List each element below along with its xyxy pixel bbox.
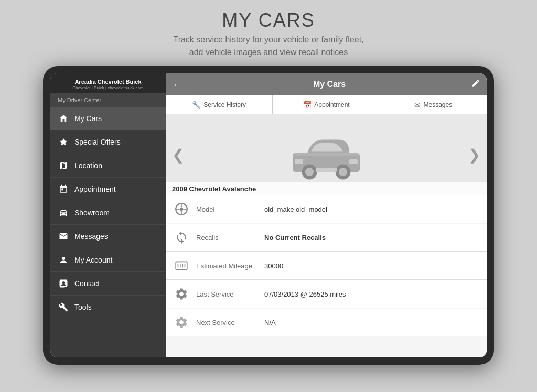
tab-messages[interactable]: ✉ Messages bbox=[380, 95, 487, 114]
dealer-sub: Chevrolet | Buick | chevroletbuick.com bbox=[57, 85, 159, 90]
edit-button[interactable] bbox=[471, 79, 480, 90]
tab-appointment[interactable]: 📅 Appointment bbox=[273, 95, 380, 114]
messages-icon: ✉ bbox=[414, 101, 421, 109]
sidebar-item-label: Messages bbox=[74, 232, 108, 241]
star-icon bbox=[58, 136, 69, 148]
carousel-next-button[interactable]: ❯ bbox=[468, 146, 480, 164]
tab-service-history[interactable]: 🔧 Service History bbox=[166, 95, 273, 114]
svg-rect-8 bbox=[294, 153, 359, 156]
tools-icon bbox=[58, 301, 69, 313]
car-image bbox=[284, 126, 368, 184]
tab-label: Messages bbox=[423, 101, 452, 108]
carousel-prev-button[interactable]: ❮ bbox=[172, 146, 184, 164]
next-service-value: N/A bbox=[264, 319, 276, 326]
detail-row-model: Model old_make old_model bbox=[166, 195, 487, 223]
top-header: MY CARS Track service history for your v… bbox=[0, 0, 537, 66]
sidebar-item-location[interactable]: Location bbox=[50, 154, 166, 178]
tab-label: Appointment bbox=[314, 101, 349, 108]
sidebar-item-contact[interactable]: Contact bbox=[50, 272, 166, 296]
tab-bar: 🔧 Service History 📅 Appointment ✉ Messag… bbox=[166, 95, 487, 114]
recalls-icon bbox=[173, 229, 190, 246]
svg-rect-5 bbox=[316, 168, 337, 172]
car-illustration bbox=[284, 126, 368, 184]
tab-label: Service History bbox=[203, 101, 246, 108]
page-subtitle: Track service history for your vehicle o… bbox=[0, 34, 537, 59]
car-icon bbox=[58, 207, 69, 219]
envelope-icon bbox=[58, 231, 69, 242]
dealer-header: Arcadia Chevrolet Buick Chevrolet | Buic… bbox=[50, 73, 166, 93]
detail-row-next-service: Next Service N/A bbox=[166, 309, 487, 336]
main-content: ← My Cars 🔧 Service History 📅 Appointmen… bbox=[166, 73, 487, 357]
model-label: Model bbox=[196, 205, 264, 213]
car-details: Model old_make old_model Recalls No Curr… bbox=[166, 195, 487, 357]
sidebar-item-label: Special Offers bbox=[74, 138, 121, 146]
svg-point-4 bbox=[339, 168, 347, 176]
sidebar-section-label: My Driver Center bbox=[50, 93, 166, 107]
sidebar-item-label: Tools bbox=[74, 303, 92, 311]
next-service-icon bbox=[173, 314, 190, 331]
sidebar-item-label: Showroom bbox=[74, 209, 110, 217]
sidebar-item-my-account[interactable]: My Account bbox=[50, 248, 166, 272]
sidebar-item-my-cars[interactable]: My Cars bbox=[50, 107, 166, 130]
back-button[interactable]: ← bbox=[172, 79, 182, 91]
sidebar-item-label: My Cars bbox=[74, 114, 102, 123]
svg-rect-6 bbox=[295, 159, 303, 164]
mileage-label: Estimated Mileage bbox=[196, 262, 264, 270]
sidebar-item-label: My Account bbox=[74, 256, 112, 264]
sidebar-item-tools[interactable]: Tools bbox=[50, 296, 166, 319]
page-title: MY CARS bbox=[0, 9, 537, 31]
sidebar-item-label: Location bbox=[74, 161, 102, 170]
car-name: 2009 Chevrolet Avalanche bbox=[166, 182, 487, 195]
recalls-value: No Current Recalls bbox=[264, 234, 326, 242]
service-history-icon: 🔧 bbox=[192, 101, 201, 109]
dealer-name: Arcadia Chevrolet Buick bbox=[57, 79, 159, 85]
svg-point-10 bbox=[180, 208, 184, 211]
svg-point-2 bbox=[305, 168, 314, 176]
detail-row-mileage: Estimated Mileage 30000 bbox=[166, 252, 487, 280]
car-carousel: ❮ bbox=[166, 114, 487, 195]
map-icon bbox=[58, 160, 69, 171]
svg-rect-7 bbox=[349, 159, 358, 164]
detail-row-last-service: Last Service 07/03/2013 @ 26525 miles bbox=[166, 280, 487, 308]
detail-row-recalls: Recalls No Current Recalls bbox=[166, 224, 487, 252]
model-value: old_make old_model bbox=[264, 205, 327, 213]
sidebar-item-appointment[interactable]: Appointment bbox=[50, 178, 166, 201]
next-service-label: Next Service bbox=[196, 319, 264, 326]
tablet-screen: Arcadia Chevrolet Buick Chevrolet | Buic… bbox=[50, 73, 487, 357]
person-icon bbox=[58, 254, 69, 266]
wheel-icon bbox=[173, 201, 190, 217]
sidebar-item-label: Contact bbox=[74, 279, 100, 288]
home-icon bbox=[58, 113, 69, 124]
mileage-icon bbox=[173, 257, 190, 274]
sidebar: Arcadia Chevrolet Buick Chevrolet | Buic… bbox=[50, 73, 166, 357]
recalls-label: Recalls bbox=[196, 234, 264, 242]
appointment-icon: 📅 bbox=[303, 101, 312, 109]
sidebar-item-label: Appointment bbox=[74, 185, 116, 193]
main-title: My Cars bbox=[188, 80, 471, 89]
sidebar-item-special-offers[interactable]: Special Offers bbox=[50, 130, 166, 154]
last-service-label: Last Service bbox=[196, 290, 264, 298]
tablet-frame: Arcadia Chevrolet Buick Chevrolet | Buic… bbox=[43, 66, 494, 365]
top-bar: ← My Cars bbox=[166, 73, 487, 95]
last-service-value: 07/03/2013 @ 26525 miles bbox=[264, 290, 346, 298]
mileage-value: 30000 bbox=[264, 262, 283, 270]
contact-icon bbox=[58, 278, 69, 289]
svg-rect-15 bbox=[176, 262, 187, 269]
sidebar-item-messages[interactable]: Messages bbox=[50, 225, 166, 248]
sidebar-item-showroom[interactable]: Showroom bbox=[50, 201, 166, 225]
last-service-icon bbox=[173, 286, 190, 302]
calendar-icon bbox=[58, 183, 69, 195]
